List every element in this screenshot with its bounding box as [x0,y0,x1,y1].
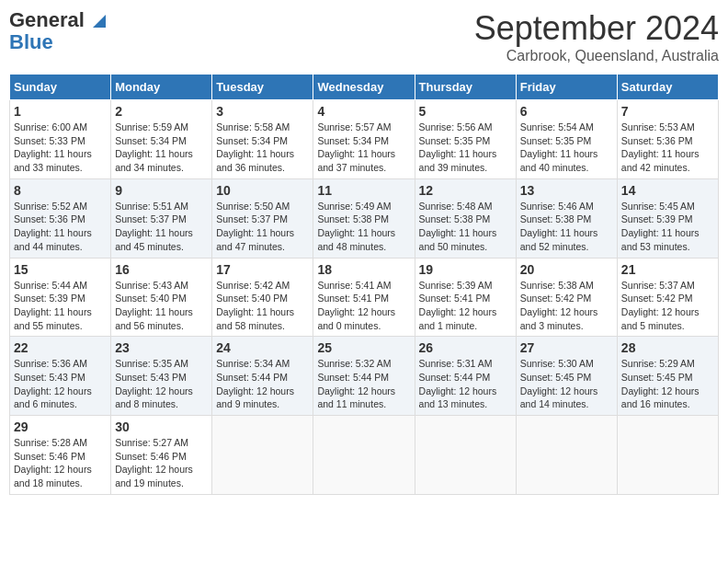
calendar-week-3: 15 Sunrise: 5:44 AM Sunset: 5:39 PM Dayl… [10,258,719,337]
day-cell-16: 16 Sunrise: 5:43 AM Sunset: 5:40 PM Dayl… [111,258,212,337]
day-cell-1: 1 Sunrise: 6:00 AM Sunset: 5:33 PM Dayli… [10,100,111,179]
day-number: 6 [520,104,613,119]
day-info: Sunrise: 5:27 AM Sunset: 5:46 PM Dayligh… [115,436,208,490]
day-cell-27: 27 Sunrise: 5:30 AM Sunset: 5:45 PM Dayl… [516,337,617,416]
day-info: Sunrise: 5:38 AM Sunset: 5:42 PM Dayligh… [520,279,613,333]
day-cell-17: 17 Sunrise: 5:42 AM Sunset: 5:40 PM Dayl… [212,258,313,337]
day-number: 4 [317,104,410,119]
day-number: 7 [621,104,714,119]
logo-general: General [9,8,85,31]
day-number: 9 [115,183,208,198]
day-number: 14 [621,183,714,198]
day-cell-23: 23 Sunrise: 5:35 AM Sunset: 5:43 PM Dayl… [111,337,212,416]
day-info: Sunrise: 5:28 AM Sunset: 5:46 PM Dayligh… [14,436,107,490]
day-cell-8: 8 Sunrise: 5:52 AM Sunset: 5:36 PM Dayli… [10,178,111,258]
day-cell-14: 14 Sunrise: 5:45 AM Sunset: 5:39 PM Dayl… [617,178,718,258]
page-header: General Blue September 2024 Carbrook, Qu… [9,9,719,64]
day-cell-10: 10 Sunrise: 5:50 AM Sunset: 5:37 PM Dayl… [212,178,313,258]
day-number: 2 [115,104,208,119]
day-number: 13 [520,183,613,198]
day-cell-9: 9 Sunrise: 5:51 AM Sunset: 5:37 PM Dayli… [111,178,212,258]
day-number: 29 [14,419,107,434]
day-cell-15: 15 Sunrise: 5:44 AM Sunset: 5:39 PM Dayl… [10,258,111,337]
day-number: 28 [621,340,714,355]
calendar-week-1: 1 Sunrise: 6:00 AM Sunset: 5:33 PM Dayli… [10,100,719,179]
day-number: 15 [14,262,107,277]
day-info: Sunrise: 5:58 AM Sunset: 5:34 PM Dayligh… [216,121,309,175]
day-number: 25 [317,340,410,355]
day-cell-22: 22 Sunrise: 5:36 AM Sunset: 5:43 PM Dayl… [10,337,111,416]
day-number: 27 [520,340,613,355]
day-cell-12: 12 Sunrise: 5:48 AM Sunset: 5:38 PM Dayl… [415,178,516,258]
day-info: Sunrise: 5:54 AM Sunset: 5:35 PM Dayligh… [520,121,613,175]
day-info: Sunrise: 5:29 AM Sunset: 5:45 PM Dayligh… [621,357,714,411]
day-info: Sunrise: 5:50 AM Sunset: 5:37 PM Dayligh… [216,200,309,254]
day-info: Sunrise: 5:36 AM Sunset: 5:43 PM Dayligh… [14,357,107,411]
day-info: Sunrise: 5:51 AM Sunset: 5:37 PM Dayligh… [115,200,208,254]
calendar-week-5: 29 Sunrise: 5:28 AM Sunset: 5:46 PM Dayl… [10,416,719,495]
day-info: Sunrise: 5:34 AM Sunset: 5:44 PM Dayligh… [216,357,309,411]
day-number: 18 [317,262,410,277]
day-cell-13: 13 Sunrise: 5:46 AM Sunset: 5:38 PM Dayl… [516,178,617,258]
day-info: Sunrise: 5:41 AM Sunset: 5:41 PM Dayligh… [317,279,410,333]
weekday-wednesday: Wednesday [313,75,415,100]
day-info: Sunrise: 5:35 AM Sunset: 5:43 PM Dayligh… [115,357,208,411]
weekday-saturday: Saturday [617,75,718,100]
day-cell-19: 19 Sunrise: 5:39 AM Sunset: 5:41 PM Dayl… [415,258,516,337]
day-number: 1 [14,104,107,119]
day-number: 30 [115,419,208,434]
empty-cell [313,416,415,495]
day-info: Sunrise: 5:57 AM Sunset: 5:34 PM Dayligh… [317,121,410,175]
day-cell-6: 6 Sunrise: 5:54 AM Sunset: 5:35 PM Dayli… [516,100,617,179]
day-number: 10 [216,183,309,198]
weekday-tuesday: Tuesday [212,75,313,100]
calendar-week-2: 8 Sunrise: 5:52 AM Sunset: 5:36 PM Dayli… [10,178,719,258]
day-number: 8 [14,183,107,198]
day-cell-3: 3 Sunrise: 5:58 AM Sunset: 5:34 PM Dayli… [212,100,313,179]
day-info: Sunrise: 6:00 AM Sunset: 5:33 PM Dayligh… [14,121,107,175]
day-number: 21 [621,262,714,277]
day-cell-21: 21 Sunrise: 5:37 AM Sunset: 5:42 PM Dayl… [617,258,718,337]
day-info: Sunrise: 5:56 AM Sunset: 5:35 PM Dayligh… [419,121,512,175]
title-area: September 2024 Carbrook, Queensland, Aus… [474,9,719,64]
day-info: Sunrise: 5:44 AM Sunset: 5:39 PM Dayligh… [14,279,107,333]
calendar-table: SundayMondayTuesdayWednesdayThursdayFrid… [9,74,719,495]
calendar-week-4: 22 Sunrise: 5:36 AM Sunset: 5:43 PM Dayl… [10,337,719,416]
day-cell-24: 24 Sunrise: 5:34 AM Sunset: 5:44 PM Dayl… [212,337,313,416]
logo: General Blue [9,9,108,53]
day-number: 11 [317,183,410,198]
day-number: 17 [216,262,309,277]
day-info: Sunrise: 5:59 AM Sunset: 5:34 PM Dayligh… [115,121,208,175]
day-number: 5 [419,104,512,119]
day-number: 12 [419,183,512,198]
day-cell-4: 4 Sunrise: 5:57 AM Sunset: 5:34 PM Dayli… [313,100,415,179]
day-cell-11: 11 Sunrise: 5:49 AM Sunset: 5:38 PM Dayl… [313,178,415,258]
weekday-thursday: Thursday [415,75,516,100]
logo-arrow-icon [91,13,108,29]
day-info: Sunrise: 5:49 AM Sunset: 5:38 PM Dayligh… [317,200,410,254]
weekday-friday: Friday [516,75,617,100]
day-info: Sunrise: 5:48 AM Sunset: 5:38 PM Dayligh… [419,200,512,254]
empty-cell [212,416,313,495]
day-cell-29: 29 Sunrise: 5:28 AM Sunset: 5:46 PM Dayl… [10,416,111,495]
logo-blue: Blue [9,31,53,53]
weekday-header-row: SundayMondayTuesdayWednesdayThursdayFrid… [10,75,719,100]
empty-cell [617,416,718,495]
day-cell-18: 18 Sunrise: 5:41 AM Sunset: 5:41 PM Dayl… [313,258,415,337]
day-info: Sunrise: 5:31 AM Sunset: 5:44 PM Dayligh… [419,357,512,411]
day-info: Sunrise: 5:32 AM Sunset: 5:44 PM Dayligh… [317,357,410,411]
day-info: Sunrise: 5:52 AM Sunset: 5:36 PM Dayligh… [14,200,107,254]
empty-cell [415,416,516,495]
day-cell-7: 7 Sunrise: 5:53 AM Sunset: 5:36 PM Dayli… [617,100,718,179]
day-cell-30: 30 Sunrise: 5:27 AM Sunset: 5:46 PM Dayl… [111,416,212,495]
day-info: Sunrise: 5:43 AM Sunset: 5:40 PM Dayligh… [115,279,208,333]
day-info: Sunrise: 5:53 AM Sunset: 5:36 PM Dayligh… [621,121,714,175]
day-info: Sunrise: 5:46 AM Sunset: 5:38 PM Dayligh… [520,200,613,254]
svg-marker-0 [93,15,106,28]
day-number: 20 [520,262,613,277]
day-number: 22 [14,340,107,355]
day-number: 24 [216,340,309,355]
day-cell-5: 5 Sunrise: 5:56 AM Sunset: 5:35 PM Dayli… [415,100,516,179]
day-cell-28: 28 Sunrise: 5:29 AM Sunset: 5:45 PM Dayl… [617,337,718,416]
day-cell-25: 25 Sunrise: 5:32 AM Sunset: 5:44 PM Dayl… [313,337,415,416]
